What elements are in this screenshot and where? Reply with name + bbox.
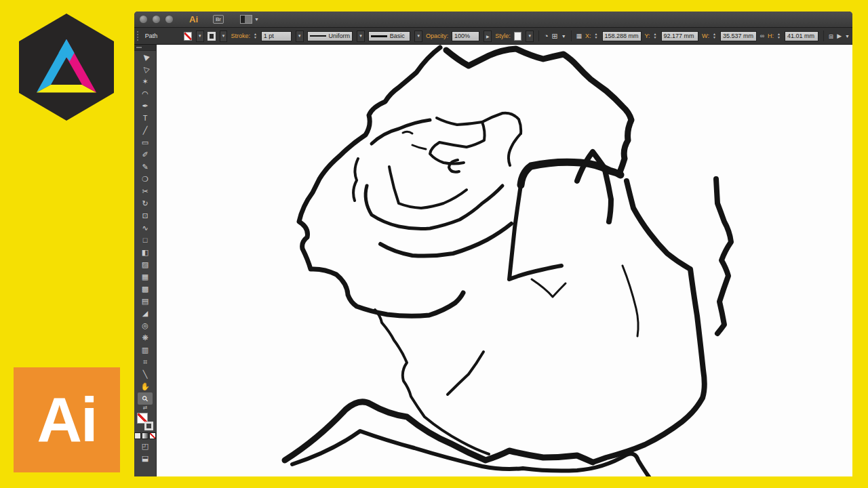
stroke-label: Stroke: <box>231 33 250 39</box>
w-input[interactable]: 35.537 mm <box>720 31 757 41</box>
drawing-mode-icon[interactable]: ◰ <box>138 440 153 452</box>
w-stepper[interactable]: ▲▼ <box>713 33 716 39</box>
column-graph-tool-icon[interactable]: ▥ <box>138 344 153 356</box>
style-swatch[interactable] <box>514 32 522 41</box>
scale-tool-icon[interactable]: ⊡ <box>138 209 153 222</box>
mesh-tool-icon[interactable]: ▩ <box>138 283 153 295</box>
artboard-canvas[interactable] <box>157 45 852 476</box>
type-tool-icon[interactable]: T <box>138 112 153 124</box>
hand-tool-icon[interactable]: ✋ <box>138 380 153 392</box>
free-transform-tool-icon[interactable]: □ <box>138 234 153 246</box>
eyedropper-tool-icon[interactable]: ◢ <box>138 307 153 319</box>
divider <box>538 30 539 41</box>
select-similar-dropdown-icon[interactable]: ▼ <box>845 34 850 39</box>
stroke-weight-stepper[interactable]: ▲▼ <box>254 33 257 39</box>
x-stepper[interactable]: ▲▼ <box>595 33 598 39</box>
window-close-button[interactable] <box>140 16 147 23</box>
rose-line-artwork <box>157 45 852 476</box>
app-logo-text: Ai <box>189 14 198 24</box>
fill-color-dropdown[interactable]: ▼ <box>196 30 204 42</box>
rotate-tool-icon[interactable]: ↻ <box>138 197 153 209</box>
tools-panel-header[interactable] <box>134 45 156 51</box>
line-segment-tool-icon[interactable]: ╱ <box>138 124 153 136</box>
y-label: Y: <box>645 33 650 39</box>
fill-stroke-swatches[interactable] <box>137 413 153 430</box>
constrain-proportions-link-icon[interactable]: ∞ <box>760 33 764 40</box>
arrange-documents-button[interactable]: ▼ <box>240 15 259 24</box>
artboard-tool-icon[interactable]: ⌗ <box>138 356 153 368</box>
paintbrush-tool-icon[interactable]: ✐ <box>138 148 153 161</box>
slice-tool-icon[interactable]: ╲ <box>138 368 153 380</box>
width-profile-dropdown[interactable]: ▼ <box>357 30 365 42</box>
brush-dropdown[interactable]: ▼ <box>414 30 422 42</box>
perspective-grid-tool-icon[interactable]: ▦ <box>138 270 153 283</box>
swap-fill-stroke-icon[interactable]: ⇄ <box>143 405 148 411</box>
zoom-tool-icon[interactable]: ⚲ <box>138 392 153 405</box>
scissors-tool-icon[interactable]: ✂ <box>138 185 153 197</box>
selection-tool-icon[interactable]: ▶ <box>138 51 153 63</box>
illustrator-badge-text: Ai <box>37 384 97 455</box>
window-zoom-button[interactable] <box>165 16 173 23</box>
chevron-down-icon: ▼ <box>254 17 259 22</box>
width-profile-select[interactable]: Uniform <box>307 31 353 41</box>
control-bar: Path ▼ ▼ Stroke: ▲▼ 1 pt ▼ Uniform ▼ Bas… <box>134 28 852 45</box>
symbol-sprayer-tool-icon[interactable]: ❋ <box>138 331 153 344</box>
arrange-documents-icon <box>240 15 252 24</box>
transform-icon[interactable]: ⧈ <box>829 33 833 40</box>
lasso-tool-icon[interactable]: ◠ <box>138 87 153 100</box>
color-mode-buttons <box>134 432 156 439</box>
opacity-dropdown[interactable]: ▶ <box>484 30 492 42</box>
penrose-triangle-icon <box>34 37 99 97</box>
brush-value: Basic <box>390 32 405 41</box>
screen-mode-icon[interactable]: ⬓ <box>138 452 153 464</box>
illustrator-badge: Ai <box>14 367 120 472</box>
stroke-frame-swatch[interactable] <box>144 422 153 430</box>
y-input[interactable]: 92.177 mm <box>661 31 699 41</box>
rectangle-tool-icon[interactable]: ▭ <box>138 136 153 148</box>
y-stepper[interactable]: ▲▼ <box>654 33 657 39</box>
stroke-weight-dropdown[interactable]: ▼ <box>296 30 304 42</box>
panel-grip[interactable] <box>137 31 140 41</box>
selection-type-label: Path <box>145 33 158 39</box>
go-to-bridge-button[interactable]: Br <box>213 15 224 24</box>
stroke-color-dropdown[interactable]: ▼ <box>220 30 228 42</box>
align-dropdown-icon[interactable]: ▼ <box>561 34 566 39</box>
stroke-weight-input[interactable]: 1 pt <box>261 31 292 41</box>
style-dropdown[interactable]: ▼ <box>526 30 534 42</box>
pencil-tool-icon[interactable]: ✎ <box>138 161 153 173</box>
toolbar-tools: ▶▷✶◠✒T╱▭✐✎❍✂↻⊡∿□◧▨▦▩▤◢◎❋▥⌗╲✋⚲ <box>138 51 153 405</box>
w-label: W: <box>702 33 709 39</box>
style-label: Style: <box>495 33 511 39</box>
width-tool-icon[interactable]: ∿ <box>138 222 153 234</box>
page: { "branding": { "ai_badge_text": "Ai", "… <box>0 0 868 488</box>
stroke-color-swatch[interactable] <box>208 32 216 41</box>
blob-brush-tool-icon[interactable]: ❍ <box>138 173 153 185</box>
reference-point-icon[interactable]: ▦ <box>576 33 583 40</box>
gradient-tool-icon[interactable]: ▤ <box>138 295 153 307</box>
gradient-mode-button[interactable] <box>142 432 149 439</box>
blend-tool-icon[interactable]: ◎ <box>138 319 153 331</box>
color-mode-button[interactable] <box>134 432 141 439</box>
window-minimize-button[interactable] <box>153 16 160 23</box>
width-profile-value: Uniform <box>329 32 351 41</box>
tools-panel: ▶▷✶◠✒T╱▭✐✎❍✂↻⊡∿□◧▨▦▩▤◢◎❋▥⌗╲✋⚲ ⇄ ◰ ⬓ <box>134 45 157 476</box>
titlebar: Ai Br ▼ <box>134 12 852 28</box>
select-similar-icon[interactable]: ▶ <box>837 33 842 40</box>
magic-wand-tool-icon[interactable]: ✶ <box>138 75 153 87</box>
shape-builder-tool-icon[interactable]: ◧ <box>138 246 153 258</box>
recolor-artwork-icon[interactable]: ◔ <box>544 33 549 40</box>
none-mode-button[interactable] <box>149 432 156 439</box>
illustrator-window: Ai Br ▼ Path ▼ ▼ Stroke: ▲▼ 1 pt ▼ Unifo… <box>134 12 852 476</box>
live-paint-bucket-tool-icon[interactable]: ▨ <box>138 258 153 270</box>
h-stepper[interactable]: ▲▼ <box>777 33 781 39</box>
h-input[interactable]: 41.01 mm <box>785 31 818 41</box>
pen-tool-icon[interactable]: ✒ <box>138 100 153 112</box>
brush-select[interactable]: Basic <box>368 31 411 41</box>
profile-line-icon <box>310 35 326 37</box>
opacity-input[interactable]: 100% <box>452 31 479 41</box>
x-input[interactable]: 158.288 mm <box>602 31 642 41</box>
fill-color-swatch[interactable] <box>184 32 192 41</box>
align-icon[interactable]: ⊞ <box>552 33 558 40</box>
direct-selection-tool-icon[interactable]: ▷ <box>138 63 153 75</box>
opacity-label: Opacity: <box>426 33 448 39</box>
